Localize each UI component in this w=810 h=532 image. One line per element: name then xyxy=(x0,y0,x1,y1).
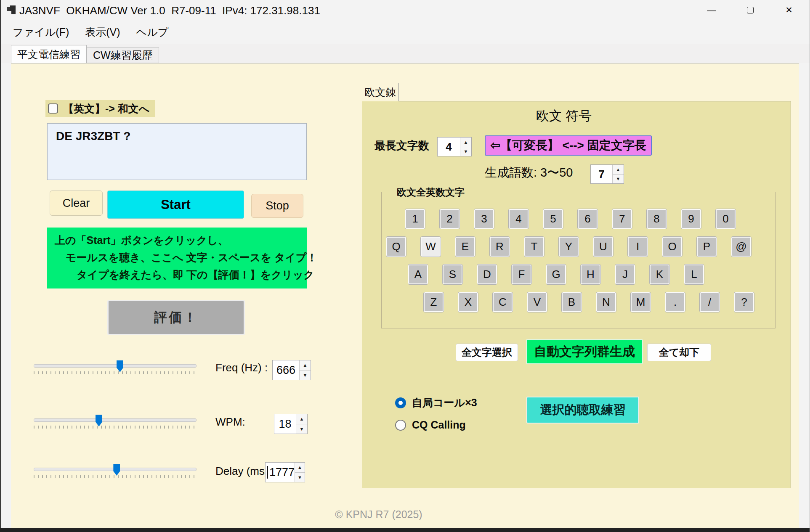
key-r[interactable]: R xyxy=(490,237,510,257)
key-3[interactable]: 3 xyxy=(474,209,494,229)
key-9[interactable]: 9 xyxy=(681,209,701,229)
key-f[interactable]: F xyxy=(512,265,531,284)
spinner-down-icon[interactable]: ▼ xyxy=(460,147,471,156)
key-g[interactable]: G xyxy=(546,265,566,284)
key-s[interactable]: S xyxy=(443,265,462,284)
radio-option-own-call[interactable]: 自局コール×3 xyxy=(395,396,477,410)
radio-icon[interactable] xyxy=(395,397,406,408)
key-8[interactable]: 8 xyxy=(647,209,667,229)
key-4[interactable]: 4 xyxy=(509,209,528,229)
delay-slider-thumb[interactable] xyxy=(113,464,120,476)
freq-slider-track[interactable] xyxy=(34,364,197,368)
key-0[interactable]: 0 xyxy=(716,209,736,229)
evaluate-button[interactable]: 評価！ xyxy=(107,300,245,335)
tab-latin-practice[interactable]: 欧文錬 xyxy=(362,83,399,101)
key-x[interactable]: X xyxy=(458,292,478,312)
key-t[interactable]: T xyxy=(524,237,544,257)
close-button[interactable]: ✕ xyxy=(774,0,804,20)
word-count-value[interactable]: 7 xyxy=(591,165,612,183)
clear-button[interactable]: Clear xyxy=(50,191,103,216)
key-m[interactable]: M xyxy=(631,292,651,312)
app-window: JA3NVF OKHAM/CW Ver 1.0 R7-09-11 IPv4: 1… xyxy=(0,0,810,532)
key-at[interactable]: @ xyxy=(731,237,751,257)
app-icon xyxy=(7,5,17,16)
reject-all-button[interactable]: 全て却下 xyxy=(647,344,711,361)
instruction-line: 上の「Start」ボタンをクリックし、 xyxy=(55,232,307,249)
en-to-jp-checkbox[interactable] xyxy=(48,103,58,114)
key-l[interactable]: L xyxy=(684,265,704,284)
key-c[interactable]: C xyxy=(493,292,513,312)
key-y[interactable]: Y xyxy=(559,237,579,257)
max-length-spinner-arrows: ▲ ▼ xyxy=(460,138,471,156)
key-period[interactable]: . xyxy=(665,292,685,312)
en-to-jp-toggle-row[interactable]: 【英文】-> 和文へ xyxy=(45,100,155,117)
key-o[interactable]: O xyxy=(662,237,682,257)
spinner-up-icon[interactable]: ▲ xyxy=(300,360,311,371)
key-k[interactable]: K xyxy=(650,265,669,284)
spinner-down-icon[interactable]: ▼ xyxy=(296,424,307,434)
delay-value-text: 1777 xyxy=(269,466,295,479)
key-j[interactable]: J xyxy=(615,265,635,284)
instruction-line: モールスを聴き、ここへ 文字・スペースを タイプ！ xyxy=(55,249,307,266)
key-u[interactable]: U xyxy=(593,237,613,257)
selective-listen-button[interactable]: 選択的聴取練習 xyxy=(526,397,639,423)
key-w[interactable]: W xyxy=(421,237,441,257)
maximize-button[interactable] xyxy=(736,0,765,20)
tab-cw-history[interactable]: CW練習履歴 xyxy=(87,47,159,63)
start-button[interactable]: Start xyxy=(107,191,244,219)
auto-generate-button[interactable]: 自動文字列群生成 xyxy=(526,339,643,364)
key-question[interactable]: ? xyxy=(734,292,754,312)
stop-button[interactable]: Stop xyxy=(251,194,303,218)
delay-spinner: 1777 ▲ ▼ xyxy=(265,462,305,482)
menu-item-view[interactable]: 表示(V) xyxy=(84,24,121,41)
key-a[interactable]: A xyxy=(408,265,428,284)
radio-icon[interactable] xyxy=(395,420,406,431)
freq-value[interactable]: 666 xyxy=(273,360,299,380)
key-slash[interactable]: / xyxy=(700,292,720,312)
key-6[interactable]: 6 xyxy=(578,209,598,229)
tab-plain-practice[interactable]: 平文電信練習 xyxy=(11,45,87,63)
select-all-button[interactable]: 全文字選択 xyxy=(456,344,518,361)
key-z[interactable]: Z xyxy=(424,292,444,312)
spinner-down-icon[interactable]: ▼ xyxy=(613,175,624,184)
length-mode-toggle-button[interactable]: ⇦【可変長】 <--> 固定文字長 xyxy=(485,135,652,156)
spinner-down-icon[interactable]: ▼ xyxy=(295,473,305,482)
key-d[interactable]: D xyxy=(477,265,497,284)
delay-slider[interactable] xyxy=(34,463,197,479)
key-n[interactable]: N xyxy=(596,292,616,312)
menu-bar: ファイル(F)表示(V)ヘルプ xyxy=(0,20,810,44)
key-e[interactable]: E xyxy=(455,237,475,257)
key-2[interactable]: 2 xyxy=(440,209,459,229)
key-1[interactable]: 1 xyxy=(405,209,425,229)
spinner-up-icon[interactable]: ▲ xyxy=(613,165,624,175)
menu-item-help[interactable]: ヘルプ xyxy=(135,24,170,41)
key-v[interactable]: V xyxy=(527,292,547,312)
max-length-label: 最長文字数 xyxy=(374,138,429,153)
freq-slider-thumb[interactable] xyxy=(117,360,123,372)
freq-slider[interactable] xyxy=(34,359,197,376)
wpm-slider-thumb[interactable] xyxy=(96,415,102,426)
key-5[interactable]: 5 xyxy=(543,209,563,229)
spinner-up-icon[interactable]: ▲ xyxy=(295,463,305,473)
key-p[interactable]: P xyxy=(697,237,717,257)
key-q[interactable]: Q xyxy=(386,237,406,257)
key-i[interactable]: I xyxy=(628,237,648,257)
spinner-up-icon[interactable]: ▲ xyxy=(460,138,471,147)
menu-item-file[interactable]: ファイル(F) xyxy=(12,24,70,41)
wpm-slider-track[interactable] xyxy=(34,418,197,422)
instruction-line: タイプを終えたら、即 下の【評価！】をクリック xyxy=(55,266,307,283)
delay-slider-track[interactable] xyxy=(34,468,197,471)
delay-value[interactable]: 1777 xyxy=(266,463,295,482)
radio-option-cq-calling[interactable]: CQ Calling xyxy=(395,419,477,431)
minimize-button[interactable]: — xyxy=(697,0,726,20)
minimize-icon: — xyxy=(707,5,716,15)
key-b[interactable]: B xyxy=(562,292,582,312)
wpm-value[interactable]: 18 xyxy=(274,414,296,434)
max-length-value[interactable]: 4 xyxy=(438,138,460,156)
key-7[interactable]: 7 xyxy=(612,209,632,229)
key-h[interactable]: H xyxy=(581,265,600,284)
wpm-slider[interactable] xyxy=(34,413,197,430)
spinner-down-icon[interactable]: ▼ xyxy=(300,371,311,380)
practice-text-input[interactable]: DE JR3ZBT ? xyxy=(47,123,307,180)
spinner-up-icon[interactable]: ▲ xyxy=(296,414,307,424)
